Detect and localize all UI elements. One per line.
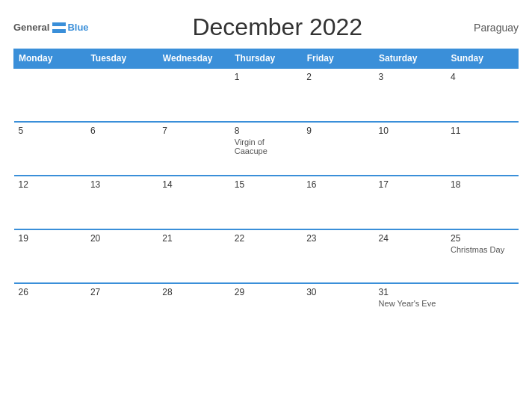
day-number: 17: [379, 179, 442, 190]
day-number: 9: [306, 126, 369, 136]
calendar-week-row: 12131415161718: [14, 176, 519, 229]
day-number: 5: [19, 126, 81, 136]
calendar-week-row: 19202122232425Christmas Day: [14, 229, 519, 283]
calendar-header: General Blue December 2022 Paraguay: [13, 13, 519, 41]
day-number: 30: [306, 287, 369, 297]
weekday-header-wednesday: Wednesday: [158, 49, 229, 69]
day-number: 3: [379, 72, 442, 82]
calendar-cell: 16: [302, 176, 374, 229]
calendar-cell: [14, 68, 86, 122]
weekday-header-row: MondayTuesdayWednesdayThursdayFridaySatu…: [14, 49, 519, 69]
calendar-cell: 8Virgin of Caacupe: [230, 122, 302, 176]
day-number: 18: [451, 179, 513, 190]
calendar-cell: 23: [302, 229, 374, 283]
day-number: 8: [235, 126, 297, 136]
day-event: Virgin of Caacupe: [235, 137, 297, 155]
day-number: 22: [235, 233, 297, 244]
calendar-cell: [158, 68, 229, 122]
day-number: 10: [379, 126, 442, 136]
month-title: December 2022: [89, 13, 466, 41]
calendar-cell: 3: [374, 68, 446, 122]
calendar-cell: 28: [158, 283, 229, 337]
calendar-cell: 31New Year's Eve: [374, 283, 446, 337]
calendar-cell: 11: [446, 122, 518, 176]
weekday-header-thursday: Thursday: [230, 49, 302, 69]
calendar-cell: 4: [446, 68, 518, 122]
day-number: 12: [19, 179, 81, 190]
logo-general-text: General: [13, 22, 49, 33]
day-number: 15: [235, 179, 297, 190]
calendar-week-row: 5678Virgin of Caacupe91011: [14, 122, 519, 176]
day-number: 26: [19, 287, 81, 297]
calendar-week-row: 1234: [14, 68, 519, 122]
calendar-week-row: 262728293031New Year's Eve: [14, 283, 519, 337]
calendar-table: MondayTuesdayWednesdayThursdayFridaySatu…: [13, 49, 519, 337]
day-number: 29: [235, 287, 297, 297]
calendar-cell: 24: [374, 229, 446, 283]
day-number: 31: [379, 287, 442, 297]
day-number: 1: [235, 72, 297, 82]
calendar-cell: 7: [158, 122, 229, 176]
day-number: 7: [162, 126, 225, 136]
day-number: 14: [162, 179, 225, 190]
calendar-cell: 12: [14, 176, 86, 229]
calendar-cell: 30: [302, 283, 374, 337]
calendar-cell: 21: [158, 229, 229, 283]
day-number: 28: [162, 287, 225, 297]
calendar-cell: 2: [302, 68, 374, 122]
day-number: 20: [90, 233, 153, 244]
logo-flag-icon: [52, 22, 66, 33]
calendar-cell: 5: [14, 122, 86, 176]
day-number: 4: [451, 72, 513, 82]
day-number: 23: [306, 233, 369, 244]
day-number: 16: [306, 179, 369, 190]
day-number: 6: [90, 126, 153, 136]
day-event: Christmas Day: [451, 245, 513, 254]
weekday-header-sunday: Sunday: [446, 49, 518, 69]
calendar-cell: [86, 68, 158, 122]
calendar-container: General Blue December 2022 Paraguay Mond…: [0, 0, 532, 411]
weekday-header-saturday: Saturday: [374, 49, 446, 69]
day-number: 25: [451, 233, 513, 244]
logo-blue-text: Blue: [67, 22, 88, 33]
weekday-header-tuesday: Tuesday: [86, 49, 158, 69]
weekday-header-friday: Friday: [302, 49, 374, 69]
calendar-cell: 9: [302, 122, 374, 176]
day-number: 19: [19, 233, 81, 244]
day-number: 27: [90, 287, 153, 297]
calendar-cell: 20: [86, 229, 158, 283]
svg-rect-1: [52, 26, 66, 29]
calendar-cell: 27: [86, 283, 158, 337]
day-number: 2: [306, 72, 369, 82]
calendar-cell: 18: [446, 176, 518, 229]
calendar-cell: 14: [158, 176, 229, 229]
svg-rect-0: [52, 22, 66, 26]
day-number: 24: [379, 233, 442, 244]
day-number: 21: [162, 233, 225, 244]
day-number: 11: [451, 126, 513, 136]
calendar-cell: 17: [374, 176, 446, 229]
calendar-cell: 15: [230, 176, 302, 229]
calendar-cell: 13: [86, 176, 158, 229]
calendar-cell: 25Christmas Day: [446, 229, 518, 283]
day-number: 13: [90, 179, 153, 190]
calendar-cell: 6: [86, 122, 158, 176]
calendar-cell: 10: [374, 122, 446, 176]
calendar-cell: 29: [230, 283, 302, 337]
weekday-header-monday: Monday: [14, 49, 86, 69]
svg-rect-2: [52, 29, 66, 33]
calendar-cell: 1: [230, 68, 302, 122]
calendar-cell: 26: [14, 283, 86, 337]
calendar-cell: 22: [230, 229, 302, 283]
calendar-cell: 19: [14, 229, 86, 283]
day-event: New Year's Eve: [379, 299, 442, 308]
calendar-cell: [446, 283, 518, 337]
logo: General Blue: [13, 22, 89, 33]
country-label: Paraguay: [466, 22, 519, 34]
